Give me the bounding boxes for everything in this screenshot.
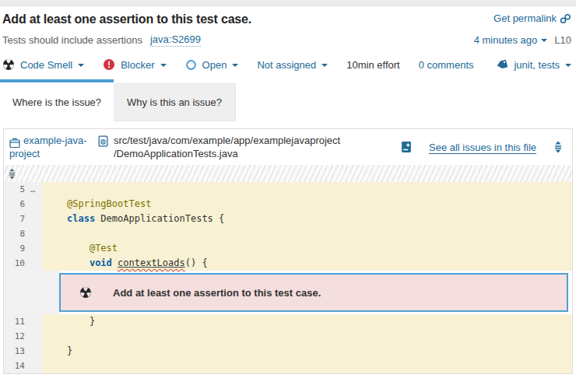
chevron-down-icon xyxy=(160,64,167,67)
issue-type-label: Code Smell xyxy=(20,59,72,71)
line-number[interactable]: 10 xyxy=(4,256,25,271)
line-number[interactable]: 9 xyxy=(4,241,25,256)
expand-ellipsis xyxy=(25,344,40,359)
expand-ellipsis xyxy=(25,212,40,226)
rule-key-link[interactable]: java:S2699 xyxy=(150,33,201,47)
code-smell-icon xyxy=(79,286,92,299)
code-token xyxy=(112,257,118,268)
code-line: 7class DemoApplicationTests { xyxy=(4,212,572,226)
issue-severity-label: Blocker xyxy=(121,59,154,71)
expand-ellipsis xyxy=(25,256,40,271)
line-gutter: 9 xyxy=(4,241,42,256)
code-text: @Test xyxy=(42,241,572,256)
issue-subheader-row: Tests should include assertions java:S26… xyxy=(2,33,571,47)
expand-ellipsis xyxy=(25,314,40,329)
line-number[interactable]: 13 xyxy=(4,344,25,359)
issue-status-dropdown[interactable]: Open xyxy=(185,59,239,71)
chevron-down-icon xyxy=(78,64,84,67)
line-gutter: 8 xyxy=(4,226,42,241)
issue-title-row: Add at least one assertion to this test … xyxy=(2,12,571,26)
issue-message: Add at least one assertion to this test … xyxy=(113,287,321,299)
chevron-down-icon xyxy=(232,64,238,67)
issue-assignee-label: Not assigned xyxy=(257,59,316,71)
issue-location-text: contextLoads xyxy=(118,257,185,268)
line-number[interactable]: 14 xyxy=(4,359,25,373)
issue-severity-dropdown[interactable]: Blocker xyxy=(103,58,166,71)
file-header-actions: See all issues in this file xyxy=(401,141,563,154)
issue-meta-bar: Code Smell Blocker Open Not assigned 10m… xyxy=(2,58,571,71)
expand-ellipsis xyxy=(25,329,40,344)
code-text xyxy=(42,359,572,373)
expand-ellipsis xyxy=(25,197,40,212)
code-line: 5… xyxy=(4,182,572,197)
permalink-chain-icon xyxy=(560,13,571,24)
code-token xyxy=(67,257,90,268)
code-lines-container: 5…6@SpringBootTest7class DemoApplication… xyxy=(4,182,572,373)
issue-assignee-dropdown[interactable]: Not assigned xyxy=(257,59,328,71)
code-token xyxy=(67,243,90,254)
code-viewer-panel: example-java-project src/test/java/com/e… xyxy=(3,128,573,374)
project-name: example-java-project xyxy=(9,135,87,159)
tag-icon xyxy=(496,58,508,71)
issue-comments-link[interactable]: 0 comments xyxy=(419,59,474,71)
code-line: 12 xyxy=(4,329,572,344)
line-gutter: 14 xyxy=(4,359,42,373)
see-all-issues-link[interactable]: See all issues in this file xyxy=(429,141,536,154)
file-path: src/test/java/com/example/app/examplejav… xyxy=(98,134,340,160)
code-token: DemoApplicationTests { xyxy=(95,213,224,224)
line-number[interactable]: 12 xyxy=(4,329,25,344)
code-line: 10 void contextLoads() { xyxy=(4,256,572,271)
expand-file-icon[interactable] xyxy=(553,141,563,153)
code-text: class DemoApplicationTests { xyxy=(42,212,572,226)
expand-lines-handle-icon[interactable] xyxy=(8,168,16,180)
code-text xyxy=(42,329,572,344)
project-icon xyxy=(9,138,20,149)
line-gutter: 6 xyxy=(4,197,42,212)
keyword-token: class xyxy=(67,213,95,224)
project-link[interactable]: example-java-project xyxy=(9,134,92,160)
code-line: 9 @Test xyxy=(4,241,572,256)
code-text: } xyxy=(42,314,572,329)
code-smell-icon xyxy=(2,58,15,71)
keyword-token: void xyxy=(90,257,112,268)
issue-age-label: 4 minutes ago xyxy=(474,34,538,46)
chevron-down-icon xyxy=(321,64,328,67)
page-top-strip xyxy=(0,0,576,6)
issue-age-dropdown[interactable]: 4 minutes ago xyxy=(474,34,548,46)
annotation-token: @SpringBootTest xyxy=(67,198,151,209)
code-token: () { xyxy=(185,257,208,268)
tab-why-is-this-an-issue[interactable]: Why is this an issue? xyxy=(114,83,236,121)
expand-lines-above-row xyxy=(4,165,572,182)
get-permalink-label: Get permalink xyxy=(493,12,557,24)
code-line: 14 xyxy=(4,359,572,373)
issue-header: Add at least one assertion to this test … xyxy=(0,6,576,71)
line-number[interactable]: 7 xyxy=(4,212,25,226)
file-path-line1: src/test/java/com/example/app/examplejav… xyxy=(114,134,340,147)
expand-ellipsis[interactable]: … xyxy=(25,182,40,197)
issue-tags-dropdown[interactable]: junit, tests xyxy=(496,58,571,71)
issue-tags-label: junit, tests xyxy=(514,59,560,71)
line-number[interactable]: 8 xyxy=(4,226,25,241)
expand-ellipsis xyxy=(25,359,40,373)
code-text: void contextLoads() { xyxy=(42,256,572,271)
test-file-icon xyxy=(98,135,108,147)
issue-location[interactable]: contextLoads xyxy=(118,257,185,268)
issue-line-reference: L10 xyxy=(554,34,571,46)
code-line: 6@SpringBootTest xyxy=(4,197,572,212)
pin-file-icon[interactable] xyxy=(401,141,412,153)
line-number[interactable]: 5 xyxy=(4,182,25,197)
code-token: } xyxy=(67,316,95,327)
issue-type-dropdown[interactable]: Code Smell xyxy=(2,58,84,71)
code-token: } xyxy=(67,345,72,356)
get-permalink-link[interactable]: Get permalink xyxy=(493,12,571,24)
line-number[interactable]: 6 xyxy=(4,197,25,212)
issue-detail-tabs: Where is the issue? Why is this an issue… xyxy=(0,79,576,121)
issue-message-box[interactable]: Add at least one assertion to this test … xyxy=(59,273,568,312)
issue-row-gutter xyxy=(4,271,59,314)
code-line: 11 } xyxy=(4,314,572,329)
tab-where-is-the-issue[interactable]: Where is the issue? xyxy=(0,79,114,121)
expand-ellipsis xyxy=(25,241,40,256)
line-number[interactable]: 11 xyxy=(4,314,25,329)
code-text: @SpringBootTest xyxy=(42,197,572,212)
code-viewer-file-header: example-java-project src/test/java/com/e… xyxy=(4,129,572,165)
